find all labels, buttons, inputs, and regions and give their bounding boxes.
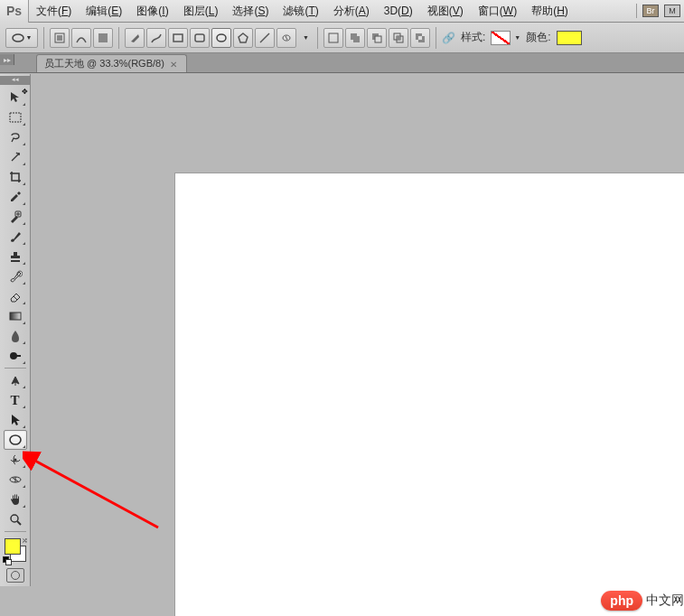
menu-3d[interactable]: 3D(D): [377, 5, 420, 17]
color-swatches: ⤭: [3, 537, 28, 564]
dodge-tool[interactable]: [4, 346, 27, 366]
default-colors-button[interactable]: [3, 556, 10, 564]
chevron-down-icon[interactable]: ▼: [514, 34, 520, 41]
pathop-new[interactable]: [323, 28, 343, 48]
lasso-tool[interactable]: [4, 127, 27, 147]
svg-point-6: [217, 34, 226, 42]
mode-paths[interactable]: [71, 28, 91, 48]
freeform-pen-icon: [150, 32, 163, 44]
blur-tool[interactable]: [4, 326, 27, 346]
link-icon[interactable]: 🔗: [442, 32, 455, 44]
document-tab[interactable]: 员工天地 @ 33.3%(RGB/8) ✕: [36, 54, 187, 72]
history-brush-tool[interactable]: [4, 266, 27, 286]
menu-label: 文件: [36, 5, 58, 17]
shape-polygon[interactable]: [233, 28, 253, 48]
menu-view[interactable]: 视图(V): [420, 4, 471, 19]
move-tool[interactable]: ✥: [4, 88, 27, 107]
menu-layer[interactable]: 图层(L): [176, 4, 226, 19]
menu-select[interactable]: 选择(S): [225, 4, 276, 19]
hand-tool[interactable]: [4, 490, 27, 509]
eyedropper-tool[interactable]: [4, 187, 27, 207]
menu-filter[interactable]: 滤镜(T): [276, 4, 325, 19]
pathop-exclude[interactable]: [410, 28, 430, 48]
ellipse-shape-tool[interactable]: [4, 430, 27, 450]
options-bar: ▼ ▼ 🔗 样式: ▼ 颜色:: [0, 23, 684, 53]
shape-pen-path[interactable]: [125, 28, 145, 48]
tool-separator: [5, 531, 26, 532]
mode-fill-pixels[interactable]: [93, 28, 113, 48]
pen-tool[interactable]: [4, 370, 27, 390]
lasso-icon: [8, 130, 23, 145]
chevron-down-icon[interactable]: ▼: [300, 34, 312, 41]
chevron-down-icon: ▼: [26, 34, 33, 41]
brush-tool[interactable]: [4, 227, 27, 247]
type-tool[interactable]: T: [4, 390, 27, 410]
rectangular-marquee-tool[interactable]: [4, 107, 27, 127]
document-tab-bar: 员工天地 @ 33.3%(RGB/8) ✕: [0, 53, 684, 73]
ellipse-icon: [8, 433, 23, 447]
menu-image[interactable]: 图像(I): [129, 4, 175, 19]
menu-label: 窗口: [478, 5, 500, 17]
shape-tool-preset-picker[interactable]: ▼: [5, 28, 38, 48]
gradient-tool[interactable]: [4, 306, 27, 326]
exclude-shape-icon: [414, 32, 426, 44]
collapse-panels-button[interactable]: ▸▸: [0, 54, 14, 65]
svg-point-0: [13, 34, 23, 42]
shape-line[interactable]: [255, 28, 275, 48]
stamp-icon: [8, 249, 23, 264]
watermark-text: 中文网: [646, 593, 684, 609]
svg-line-8: [260, 33, 269, 42]
brush-icon: [8, 229, 23, 244]
clone-stamp-tool[interactable]: [4, 247, 27, 266]
ellipse-icon: [12, 32, 24, 44]
separator: [43, 27, 44, 49]
shape-ellipse[interactable]: [211, 28, 231, 48]
3d-camera-icon: [8, 472, 23, 487]
swap-colors-button[interactable]: ⤭: [22, 537, 28, 545]
blur-icon: [8, 329, 23, 343]
crop-tool[interactable]: [4, 167, 27, 187]
svg-rect-9: [329, 33, 338, 42]
toolbar-divider-icon: [636, 4, 637, 18]
3d-camera-rotate-tool[interactable]: [4, 470, 27, 490]
svg-line-30: [17, 521, 21, 525]
bridge-button[interactable]: Br: [642, 5, 659, 17]
zoom-tool[interactable]: [4, 509, 27, 529]
foreground-color-swatch[interactable]: [5, 538, 21, 555]
style-picker[interactable]: [491, 31, 511, 45]
shape-rounded-rectangle[interactable]: [190, 28, 210, 48]
menu-file[interactable]: 文件(F): [29, 4, 79, 19]
close-tab-button[interactable]: ✕: [170, 60, 179, 69]
style-label: 样式:: [461, 30, 485, 45]
shape-rectangle[interactable]: [168, 28, 188, 48]
spot-healing-brush-tool[interactable]: [4, 207, 27, 227]
menu-analysis[interactable]: 分析(A): [326, 4, 377, 19]
rectangle-icon: [172, 32, 184, 44]
shape-custom[interactable]: [276, 28, 296, 48]
menu-window[interactable]: 窗口(W): [471, 4, 524, 19]
menubar: Ps 文件(F) 编辑(E) 图像(I) 图层(L) 选择(S) 滤镜(T) 分…: [0, 0, 684, 23]
magic-wand-tool[interactable]: [4, 147, 27, 167]
pathop-add[interactable]: [345, 28, 365, 48]
pathop-subtract[interactable]: [367, 28, 387, 48]
color-picker[interactable]: [557, 31, 582, 45]
shape-freeform-pen[interactable]: [146, 28, 166, 48]
minibridge-button[interactable]: M: [664, 5, 680, 17]
menu-edit[interactable]: 编辑(E): [79, 4, 129, 19]
canvas[interactable]: [175, 173, 684, 616]
mode-shape-layers[interactable]: [50, 28, 70, 48]
crop-icon: [8, 170, 23, 184]
pathop-intersect[interactable]: [389, 28, 408, 48]
path-selection-tool[interactable]: [4, 410, 27, 430]
svg-rect-25: [16, 355, 21, 357]
workspace: [31, 74, 684, 616]
eraser-tool[interactable]: [4, 286, 27, 306]
path-selection-icon: [8, 413, 23, 427]
3d-object-rotate-tool[interactable]: [4, 450, 27, 470]
quick-mask-mode-button[interactable]: [6, 568, 24, 583]
menu-help[interactable]: 帮助(H): [524, 4, 576, 19]
eyedropper-icon: [8, 190, 23, 204]
svg-rect-13: [375, 36, 381, 42]
dodge-icon: [8, 349, 23, 363]
collapse-tools-button[interactable]: ◂◂: [0, 76, 31, 85]
